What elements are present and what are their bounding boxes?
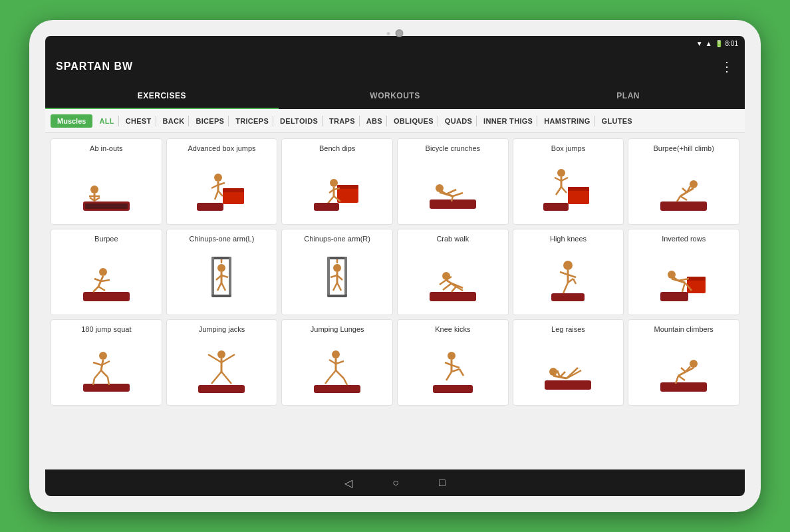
svg-line-54 [93, 287, 98, 292]
filter-hamstring[interactable]: HAMSTRING [540, 116, 594, 126]
more-options-icon[interactable]: ⋮ [720, 59, 734, 74]
filter-all[interactable]: ALL [95, 116, 118, 126]
svg-point-145 [690, 360, 698, 368]
svg-rect-69 [344, 257, 347, 297]
svg-line-66 [221, 283, 225, 291]
svg-line-127 [329, 370, 336, 378]
filter-chest[interactable]: CHEST [122, 116, 156, 126]
exercise-chinups-l[interactable]: Chinups-one arm(L) [166, 229, 278, 315]
illustration-adv-box-jumps [172, 157, 272, 219]
exercise-advanced-box-jumps[interactable]: Advanced box jumps [166, 138, 278, 225]
exercise-ab-inouts[interactable]: Ab in-outs [51, 138, 162, 225]
tab-exercises[interactable]: EXERCISES [45, 82, 279, 109]
exercise-row-3: 180 jump squat [51, 319, 739, 406]
illustration-high-knees [519, 247, 618, 309]
svg-line-46 [682, 188, 687, 192]
exercise-burpee[interactable]: Burpee [51, 229, 162, 315]
exercise-bench-dips[interactable]: Bench dips [281, 138, 393, 225]
filter-biceps[interactable]: BICEPS [192, 116, 229, 126]
exercise-leg-raises[interactable]: Leg raises [513, 319, 624, 406]
svg-line-15 [218, 191, 223, 196]
tablet-frame: ▼ ▲ 🔋 8:01 SPARTAN BW ⋮ EXERCISES WORKOU… [29, 20, 761, 512]
svg-point-43 [690, 180, 698, 188]
svg-line-150 [678, 376, 685, 380]
filter-traps[interactable]: TRAPS [325, 116, 360, 126]
exercise-inverted-rows[interactable]: Inverted rows [628, 229, 739, 315]
svg-rect-25 [314, 203, 339, 211]
filter-inner-thigs[interactable]: INNER THIGS [479, 116, 537, 126]
exercise-bicycle-crunches[interactable]: Bicycle crunches [397, 138, 509, 225]
exercise-knee-kicks[interactable]: Knee kicks [397, 319, 509, 406]
status-icons: ▼ ▲ 🔋 8:01 [696, 40, 738, 47]
svg-line-109 [94, 370, 101, 378]
filter-back[interactable]: BACK [159, 116, 190, 126]
svg-line-31 [453, 193, 463, 196]
svg-rect-57 [211, 257, 214, 297]
back-button[interactable]: ◁ [344, 477, 352, 489]
svg-line-30 [446, 190, 456, 194]
svg-rect-96 [687, 277, 706, 281]
svg-point-60 [217, 264, 225, 272]
exercise-burpee-hill-climb[interactable]: Burpee(+hill climb) [628, 138, 739, 225]
exercise-box-jumps[interactable]: Box jumps [513, 138, 624, 225]
signal-icon: ▲ [706, 40, 712, 47]
illustration-crab-walk [403, 247, 503, 309]
svg-point-114 [217, 350, 225, 358]
svg-rect-59 [211, 295, 231, 297]
exercise-jumping-lunges[interactable]: Jumping Lunges [281, 319, 393, 406]
filter-triceps[interactable]: TRICEPS [231, 116, 273, 126]
exercise-chinups-r[interactable]: Chinups-one arm(R) [281, 229, 393, 315]
exercise-jumping-jacks[interactable]: Jumping jacks [166, 319, 278, 406]
recents-button[interactable]: □ [439, 477, 446, 489]
svg-line-52 [94, 279, 101, 281]
exercise-mountain-climbers[interactable]: Mountain climbers [628, 319, 739, 406]
svg-rect-41 [543, 203, 569, 211]
svg-rect-120 [314, 385, 360, 393]
svg-line-136 [460, 369, 463, 376]
illustration-knee-kicks [403, 338, 503, 400]
exercise-180-jump-squat[interactable]: 180 jump squat [51, 319, 162, 406]
svg-rect-129 [433, 385, 473, 393]
home-button[interactable]: ○ [392, 477, 399, 489]
svg-point-121 [332, 350, 340, 358]
svg-line-148 [681, 368, 686, 372]
svg-rect-56 [211, 257, 231, 259]
svg-point-50 [99, 268, 107, 276]
svg-rect-144 [660, 382, 707, 392]
svg-line-110 [101, 370, 108, 377]
tab-plan[interactable]: PLAN [511, 82, 745, 109]
filter-bar: Muscles ALL CHEST BACK BICEPS TRICEPS DE… [45, 109, 745, 133]
svg-line-81 [443, 283, 452, 290]
svg-rect-42 [660, 201, 707, 211]
svg-point-105 [99, 352, 107, 360]
svg-line-124 [336, 361, 344, 364]
svg-line-90 [560, 272, 568, 275]
svg-line-102 [682, 283, 685, 292]
battery-icon: 🔋 [715, 40, 723, 47]
exercise-high-knees[interactable]: High knees [513, 229, 624, 315]
filter-glutes[interactable]: GLUTES [598, 116, 636, 126]
filter-deltoids[interactable]: DELTOIDS [276, 116, 323, 126]
svg-rect-95 [687, 279, 706, 293]
svg-line-118 [211, 372, 221, 384]
camera-lens [396, 29, 404, 37]
svg-line-133 [452, 365, 460, 368]
svg-line-135 [452, 369, 460, 372]
muscles-filter-label[interactable]: Muscles [51, 114, 92, 128]
time-display: 8:01 [725, 40, 738, 47]
svg-line-128 [325, 378, 329, 384]
app-title: SPARTAN BW [56, 61, 133, 72]
tab-workouts[interactable]: WORKOUTS [279, 82, 512, 109]
illustration-chinups-r [287, 247, 387, 309]
filter-obliques[interactable]: OBLIQUES [390, 116, 438, 126]
svg-rect-58 [229, 257, 231, 297]
svg-line-39 [556, 187, 561, 195]
illustration-chinups-l [172, 247, 272, 309]
filter-quads[interactable]: QUADS [441, 116, 477, 126]
filter-abs[interactable]: ABS [362, 116, 387, 126]
exercise-crab-walk[interactable]: Crab walk [397, 229, 509, 315]
svg-line-119 [221, 372, 231, 384]
illustration-jump-squat [57, 338, 156, 400]
svg-line-40 [561, 187, 567, 193]
svg-rect-9 [223, 188, 244, 192]
